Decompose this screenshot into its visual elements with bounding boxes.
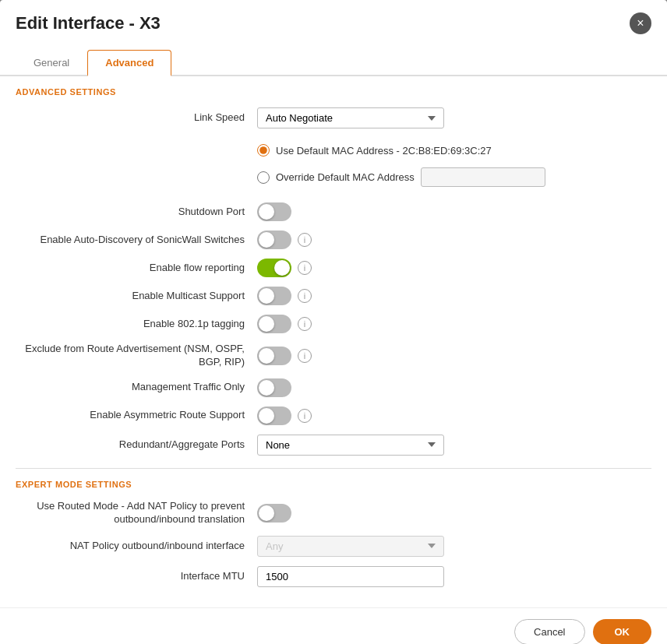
tab-bar: General Advanced (0, 40, 667, 76)
ok-button[interactable]: OK (593, 619, 652, 644)
routed-mode-label: Use Routed Mode - Add NAT Policy to prev… (16, 500, 257, 526)
mac-address-row: Use Default MAC Address - 2C:B8:ED:69:3C… (16, 133, 651, 198)
multicast-info-icon[interactable]: i (298, 289, 312, 303)
multicast-label: Enable Multicast Support (16, 290, 257, 303)
asymmetric-toggle[interactable] (257, 406, 291, 425)
multicast-control: i (257, 287, 651, 305)
shutdown-port-row: Shutdown Port (16, 198, 651, 226)
dialog-title: Edit Interface - X3 (16, 13, 161, 33)
expert-settings-title: EXPERT MODE SETTINGS (16, 469, 651, 495)
auto-discovery-row: Enable Auto-Discovery of SonicWall Switc… (16, 226, 651, 254)
dialog-header: Edit Interface - X3 × (0, 0, 667, 34)
shutdown-port-control (257, 202, 651, 221)
nat-policy-row: NAT Policy outbound/inbound interface An… (16, 531, 651, 561)
mtu-row: Interface MTU (16, 561, 651, 592)
auto-discovery-info-icon[interactable]: i (298, 233, 312, 247)
tab-general[interactable]: General (16, 50, 87, 76)
link-speed-row: Link Speed Auto Negotiate 10 Mbps Half 1… (16, 103, 651, 133)
auto-discovery-control: i (257, 231, 651, 249)
override-mac-input[interactable] (421, 167, 545, 187)
asymmetric-label: Enable Asymmetric Route Support (16, 409, 257, 422)
flow-reporting-label: Enable flow reporting (16, 262, 257, 275)
multicast-row: Enable Multicast Support i (16, 282, 651, 310)
flow-reporting-info-icon[interactable]: i (298, 261, 312, 275)
nat-policy-label: NAT Policy outbound/inbound interface (16, 540, 257, 553)
dialog-footer: Cancel OK (0, 607, 667, 644)
asymmetric-row: Enable Asymmetric Route Support i (16, 402, 651, 430)
redundant-ports-row: Redundant/Aggregate Ports None Port A Po… (16, 430, 651, 460)
flow-reporting-toggle[interactable] (257, 259, 291, 277)
exclude-route-row: Exclude from Route Advertisement (NSM, O… (16, 338, 651, 374)
override-mac-label: Override Default MAC Address (276, 171, 415, 183)
auto-discovery-toggle[interactable] (257, 231, 291, 249)
cancel-button[interactable]: Cancel (514, 619, 584, 644)
auto-discovery-label: Enable Auto-Discovery of SonicWall Switc… (16, 234, 257, 247)
tagging-info-icon[interactable]: i (298, 317, 312, 331)
exclude-route-control: i (257, 347, 651, 365)
dialog-content: ADVANCED SETTINGS Link Speed Auto Negoti… (0, 76, 667, 607)
mtu-input[interactable] (257, 566, 444, 587)
link-speed-label: Link Speed (16, 111, 257, 125)
routed-mode-toggle[interactable] (257, 504, 291, 523)
mac-options: Use Default MAC Address - 2C:B8:ED:69:3C… (257, 138, 545, 193)
link-speed-control: Auto Negotiate 10 Mbps Half 10 Mbps Full… (257, 107, 651, 128)
tagging-control: i (257, 315, 651, 333)
shutdown-port-toggle[interactable] (257, 202, 291, 221)
link-speed-select[interactable]: Auto Negotiate 10 Mbps Half 10 Mbps Full… (257, 107, 444, 128)
close-button[interactable]: × (630, 12, 651, 34)
tagging-label: Enable 802.1p tagging (16, 318, 257, 331)
redundant-ports-label: Redundant/Aggregate Ports (16, 438, 257, 452)
management-traffic-toggle[interactable] (257, 378, 291, 397)
edit-interface-dialog: Edit Interface - X3 × General Advanced A… (0, 0, 667, 644)
flow-reporting-row: Enable flow reporting i (16, 254, 651, 282)
tab-advanced[interactable]: Advanced (87, 50, 171, 76)
flow-reporting-control: i (257, 259, 651, 277)
tagging-toggle[interactable] (257, 315, 291, 333)
nat-policy-control: Any (257, 536, 651, 557)
exclude-route-toggle[interactable] (257, 347, 291, 365)
use-default-mac-label: Use Default MAC Address - 2C:B8:ED:69:3C… (276, 145, 492, 157)
asymmetric-control: i (257, 406, 651, 425)
advanced-settings-title: ADVANCED SETTINGS (16, 76, 651, 103)
override-mac-radio[interactable] (257, 171, 270, 184)
redundant-ports-select[interactable]: None Port A Port B (257, 435, 444, 456)
routed-mode-row: Use Routed Mode - Add NAT Policy to prev… (16, 495, 651, 531)
nat-policy-select[interactable]: Any (257, 536, 444, 557)
use-default-mac-radio[interactable] (257, 144, 270, 157)
asymmetric-info-icon[interactable]: i (298, 409, 312, 423)
management-traffic-control (257, 378, 651, 397)
tagging-row: Enable 802.1p tagging i (16, 310, 651, 338)
mtu-control (257, 566, 651, 587)
exclude-route-info-icon[interactable]: i (298, 349, 312, 363)
routed-mode-control (257, 504, 651, 523)
management-traffic-label: Management Traffic Only (16, 381, 257, 394)
multicast-toggle[interactable] (257, 287, 291, 305)
redundant-ports-control: None Port A Port B (257, 435, 651, 456)
use-default-mac-row: Use Default MAC Address - 2C:B8:ED:69:3C… (257, 141, 545, 160)
override-mac-row: Override Default MAC Address (257, 164, 545, 190)
management-traffic-row: Management Traffic Only (16, 374, 651, 402)
mtu-label: Interface MTU (16, 570, 257, 583)
exclude-route-label: Exclude from Route Advertisement (NSM, O… (16, 343, 257, 369)
shutdown-port-label: Shutdown Port (16, 206, 257, 219)
